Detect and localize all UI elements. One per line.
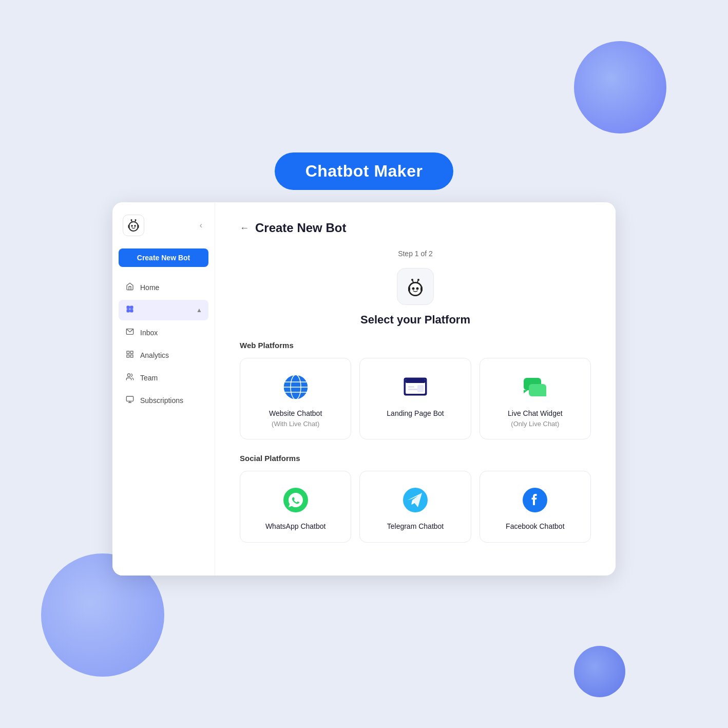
inbox-icon xyxy=(125,328,135,338)
svg-rect-32 xyxy=(420,287,423,291)
sidebar: ‹ Create New Bot Home ▲ Inbox xyxy=(112,202,215,576)
team-icon xyxy=(125,373,135,383)
inbox-label: Inbox xyxy=(140,329,158,337)
web-platforms-label: Web Platforms xyxy=(240,341,591,350)
analytics-icon xyxy=(125,350,135,360)
outer-wrapper: Chatbot Maker xyxy=(112,152,616,576)
bot-avatar-circle xyxy=(397,268,434,305)
svg-rect-41 xyxy=(406,379,425,383)
svg-rect-10 xyxy=(127,306,129,309)
sidebar-item-subscriptions[interactable]: Subscriptions xyxy=(119,390,208,411)
logo-icon xyxy=(123,215,144,236)
whatsapp-chatbot-icon xyxy=(281,486,310,514)
facebook-chatbot-name: Facebook Chatbot xyxy=(506,522,564,532)
telegram-chatbot-icon xyxy=(401,486,430,514)
social-platforms-grid: WhatsApp Chatbot Telegram Chatbot xyxy=(240,471,591,543)
decorative-circle-bottom-right xyxy=(574,646,625,697)
telegram-chatbot-name: Telegram Chatbot xyxy=(387,522,444,532)
sidebar-header: ‹ xyxy=(119,215,208,236)
sidebar-toggle-icon[interactable]: ‹ xyxy=(198,219,204,232)
app-window: ‹ Create New Bot Home ▲ Inbox xyxy=(112,202,616,576)
page-header: ← Create New Bot xyxy=(240,221,591,235)
svg-point-1 xyxy=(129,222,138,231)
svg-point-30 xyxy=(417,279,419,281)
landing-page-bot-name: Landing Page Bot xyxy=(387,409,444,419)
svg-rect-42 xyxy=(408,386,414,388)
live-chat-widget-name: Live Chat Widget (Only Live Chat) xyxy=(508,409,563,429)
svg-rect-31 xyxy=(408,287,410,291)
back-button[interactable]: ← xyxy=(240,223,249,234)
svg-rect-8 xyxy=(128,225,130,228)
platform-card-landing-page-bot[interactable]: Landing Page Bot xyxy=(359,358,471,439)
svg-rect-11 xyxy=(130,306,133,309)
svg-rect-20 xyxy=(126,396,133,401)
decorative-circle-top-right xyxy=(574,41,666,133)
svg-point-25 xyxy=(412,288,415,290)
main-content: ← Create New Bot Step 1 of 2 xyxy=(215,202,616,576)
web-platforms-grid: Website Chatbot (With Live Chat) xyxy=(240,358,591,439)
platform-card-facebook-chatbot[interactable]: Facebook Chatbot xyxy=(480,471,591,543)
page-title: Create New Bot xyxy=(255,221,346,235)
whatsapp-chatbot-name: WhatsApp Chatbot xyxy=(265,522,326,532)
sidebar-item-bots[interactable]: ▲ xyxy=(119,300,208,320)
platform-card-whatsapp-chatbot[interactable]: WhatsApp Chatbot xyxy=(240,471,351,543)
bots-icon xyxy=(125,305,135,315)
svg-rect-15 xyxy=(127,351,129,354)
svg-rect-12 xyxy=(127,310,129,312)
sidebar-item-analytics[interactable]: Analytics xyxy=(119,345,208,366)
create-new-bot-button[interactable]: Create New Bot xyxy=(119,248,208,267)
svg-rect-16 xyxy=(130,351,133,354)
svg-rect-43 xyxy=(408,389,418,390)
website-chatbot-icon xyxy=(281,373,310,401)
svg-point-2 xyxy=(131,225,133,227)
svg-rect-44 xyxy=(417,385,424,392)
svg-rect-46 xyxy=(529,384,546,396)
svg-point-19 xyxy=(127,374,130,376)
svg-point-24 xyxy=(409,283,422,295)
svg-point-7 xyxy=(135,219,137,221)
social-platforms-label: Social Platforms xyxy=(240,454,591,463)
home-icon xyxy=(125,282,135,293)
sidebar-item-home[interactable]: Home xyxy=(119,277,208,298)
team-label: Team xyxy=(140,374,158,382)
bot-avatar xyxy=(240,268,591,305)
platform-card-website-chatbot[interactable]: Website Chatbot (With Live Chat) xyxy=(240,358,351,439)
landing-page-bot-icon xyxy=(401,373,430,401)
sidebar-item-inbox[interactable]: Inbox xyxy=(119,322,208,343)
svg-rect-9 xyxy=(138,225,139,228)
svg-point-26 xyxy=(416,288,419,290)
website-chatbot-name: Website Chatbot (With Live Chat) xyxy=(269,409,322,429)
step-indicator: Step 1 of 2 xyxy=(240,250,591,258)
home-label: Home xyxy=(140,283,159,292)
svg-rect-18 xyxy=(127,355,129,357)
platform-card-telegram-chatbot[interactable]: Telegram Chatbot xyxy=(359,471,471,543)
platform-card-live-chat-widget[interactable]: Live Chat Widget (Only Live Chat) xyxy=(480,358,591,439)
bots-expand-icon: ▲ xyxy=(196,306,202,314)
subscriptions-icon xyxy=(125,395,135,406)
svg-rect-17 xyxy=(130,355,133,357)
facebook-chatbot-icon xyxy=(521,486,549,514)
live-chat-widget-icon xyxy=(521,373,549,401)
analytics-label: Analytics xyxy=(140,351,169,359)
app-badge: Chatbot Maker xyxy=(275,152,454,190)
svg-point-6 xyxy=(131,219,132,221)
svg-point-3 xyxy=(134,225,136,227)
sidebar-item-team[interactable]: Team xyxy=(119,368,208,388)
subscriptions-label: Subscriptions xyxy=(140,396,183,405)
svg-point-29 xyxy=(411,279,413,281)
select-platform-title: Select your Platform xyxy=(240,313,591,327)
svg-rect-13 xyxy=(130,310,133,312)
